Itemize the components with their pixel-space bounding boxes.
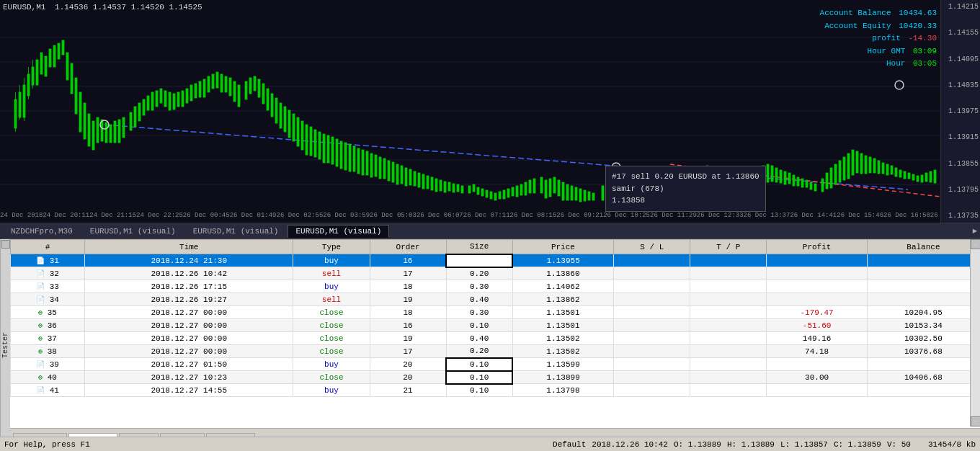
cell-sl — [614, 384, 690, 397]
svg-rect-105 — [414, 171, 416, 186]
svg-rect-84 — [323, 134, 325, 163]
svg-rect-113 — [448, 182, 450, 191]
svg-rect-35 — [105, 122, 107, 143]
table-row[interactable]: ⊕ 35 2018.12.27 00:00 close 18 0.30 1.13… — [11, 306, 980, 319]
svg-rect-41 — [134, 107, 136, 127]
cell-sl — [614, 254, 690, 267]
svg-rect-136 — [553, 177, 556, 193]
svg-rect-143 — [584, 190, 586, 201]
svg-rect-67 — [249, 78, 251, 94]
cell-profit — [767, 267, 867, 280]
svg-rect-93 — [362, 150, 364, 175]
symbol-info: EURUSD,M1 1.14536 1.14537 1.14520 1.1452… — [3, 3, 202, 12]
scroll-right-icon[interactable]: ► — [972, 227, 980, 236]
svg-rect-47 — [160, 89, 162, 103]
status-high: H: 1.13889 — [727, 440, 775, 449]
svg-rect-191 — [801, 179, 803, 187]
svg-rect-66 — [245, 81, 247, 99]
table-row[interactable]: ⊕ 40 2018.12.27 10:23 close 20 0.10 1.13… — [11, 371, 980, 384]
cell-profit: -179.47 — [767, 306, 867, 319]
cell-size: 0.20 — [446, 267, 512, 280]
cell-id: 📄 34 — [11, 293, 85, 306]
table-row[interactable]: 📄 41 2018.12.27 14:55 buy 21 0.10 1.1379… — [11, 384, 980, 397]
scroll-down-button[interactable]: ▼ — [971, 416, 980, 427]
svg-rect-24 — [58, 43, 60, 59]
tab-eurusd-2[interactable]: EURUSD,M1 (visual) — [185, 225, 287, 238]
cell-id: ⊕ 37 — [11, 332, 85, 345]
cell-profit: 74.18 — [767, 345, 867, 358]
time-16: 26 Dec 13:37 — [744, 212, 790, 219]
cell-profit — [767, 358, 867, 371]
time-15: 26 Dec 12:33 — [697, 212, 744, 219]
cell-id: ⊕ 36 — [11, 319, 85, 332]
table-row[interactable]: 📄 34 2018.12.26 19:27 sell 19 0.40 1.138… — [11, 293, 980, 306]
table-row[interactable]: 📄 33 2018.12.26 17:15 buy 18 0.30 1.1406… — [11, 280, 980, 293]
tab-eurusd-1[interactable]: EURUSD,M1 (visual) — [82, 225, 184, 238]
svg-rect-53 — [186, 89, 188, 103]
svg-rect-61 — [220, 74, 223, 92]
tab-eurusd-3[interactable]: EURUSD,M1 (visual) — [288, 225, 389, 238]
cell-tp — [690, 306, 767, 319]
cell-type: buy — [293, 358, 370, 371]
cell-order: 16 — [370, 319, 446, 332]
chart-area: EURUSD,M1 1.14536 1.14537 1.14520 1.1452… — [0, 0, 980, 223]
svg-rect-187 — [784, 171, 786, 184]
svg-rect-214 — [904, 171, 906, 179]
cell-profit — [767, 254, 867, 267]
cell-time: 2018.12.26 17:15 — [85, 280, 293, 293]
cell-tp — [690, 280, 767, 293]
cell-id: 📄 33 — [11, 280, 85, 293]
svg-rect-80 — [306, 125, 308, 155]
col-hash: # — [11, 240, 85, 254]
svg-rect-81 — [310, 127, 312, 156]
close-icon: ⊕ — [38, 335, 43, 343]
table-row[interactable]: ⊕ 36 2018.12.27 00:00 close 16 0.10 1.13… — [11, 319, 980, 332]
cell-balance: 10406.68 — [867, 371, 979, 384]
table-row[interactable]: 📄 39 2018.12.27 01:50 buy 20 0.10 1.1359… — [11, 358, 980, 371]
svg-rect-115 — [457, 184, 459, 192]
svg-rect-96 — [375, 155, 377, 177]
table-row[interactable]: 📄 31 2018.12.24 21:30 buy 16 0.10 1.1395… — [11, 254, 980, 267]
table-row[interactable]: ⊕ 38 2018.12.27 00:00 close 17 0.20 1.13… — [11, 345, 980, 358]
tester-close-button[interactable]: ✕ — [1, 240, 10, 249]
svg-rect-199 — [839, 161, 841, 182]
results-table-container[interactable]: # Time Type Order Size Price S / L T / P… — [10, 239, 980, 427]
svg-rect-21 — [45, 56, 47, 76]
status-default: Default — [553, 440, 586, 449]
svg-rect-189 — [793, 175, 795, 186]
svg-rect-220 — [930, 171, 932, 182]
time-20: 26 Dec 17:54 — [930, 212, 940, 219]
tab-nzdchf[interactable]: NZDCHFpro,M30 — [3, 225, 81, 238]
svg-rect-198 — [834, 164, 837, 184]
col-time: Time — [85, 240, 293, 254]
svg-rect-103 — [405, 168, 407, 186]
svg-rect-42 — [138, 103, 141, 121]
svg-rect-68 — [254, 76, 256, 91]
svg-rect-50 — [173, 94, 175, 110]
svg-rect-30 — [84, 103, 86, 139]
cell-id: 📄 41 — [11, 384, 85, 397]
svg-rect-138 — [562, 182, 564, 200]
cell-balance: 10204.95 — [867, 306, 979, 319]
scroll-up-button[interactable]: ▲ — [971, 239, 980, 249]
tester-panel: Tester ✕ # Time Type Order Size Price S … — [0, 239, 980, 451]
svg-rect-117 — [468, 186, 471, 193]
svg-rect-219 — [925, 173, 927, 182]
svg-rect-206 — [869, 157, 871, 173]
svg-rect-129 — [520, 184, 522, 195]
svg-rect-204 — [860, 153, 863, 174]
svg-rect-65 — [238, 85, 240, 107]
price-5: 1.13975 — [943, 107, 979, 115]
tester-label: Tester — [0, 239, 10, 451]
cell-tp — [690, 371, 767, 384]
svg-rect-188 — [788, 173, 790, 184]
svg-rect-216 — [912, 174, 914, 180]
svg-rect-217 — [917, 176, 919, 182]
price-8: 1.13795 — [943, 186, 979, 194]
table-row[interactable]: ⊕ 37 2018.12.27 00:00 close 19 0.40 1.13… — [11, 332, 980, 345]
cell-time: 2018.12.26 10:42 — [85, 267, 293, 280]
svg-rect-140 — [571, 186, 573, 200]
table-scrollbar[interactable]: ▲ ▼ — [970, 239, 980, 427]
table-row[interactable]: 📄 32 2018.12.26 10:42 sell 17 0.20 1.138… — [11, 267, 980, 280]
col-profit: Profit — [767, 240, 867, 254]
